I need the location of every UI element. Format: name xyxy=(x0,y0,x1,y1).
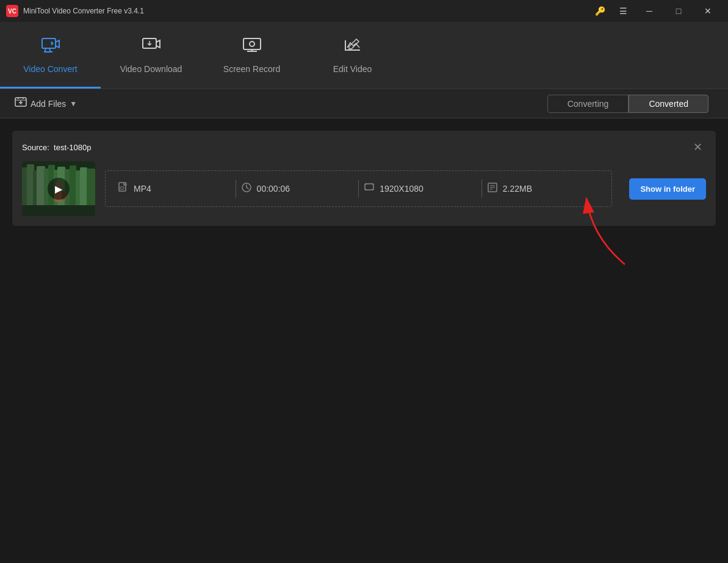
nav-tab-edit-video-label: Edit Video xyxy=(333,64,372,74)
svg-rect-28 xyxy=(365,184,373,190)
separator-3 xyxy=(481,180,482,198)
maximize-button[interactable]: □ xyxy=(665,2,693,20)
video-thumbnail[interactable]: ▶ xyxy=(22,161,95,216)
resolution-value: 1920X1080 xyxy=(380,184,423,194)
add-files-icon xyxy=(15,96,27,111)
nav-tab-screen-record[interactable]: Screen Record xyxy=(201,22,302,89)
sub-tab-group: Converting Converted xyxy=(547,95,708,113)
nav-tab-edit-video[interactable]: Edit Video xyxy=(302,22,403,89)
svg-rect-19 xyxy=(22,205,95,216)
svg-point-3 xyxy=(250,42,254,46)
main-content: Source: test-1080p ✕ xyxy=(0,118,728,563)
add-files-button[interactable]: Add Files ▼ xyxy=(10,93,82,114)
file-card-header: Source: test-1080p ✕ xyxy=(22,140,706,154)
svg-rect-17 xyxy=(80,167,87,210)
separator-1 xyxy=(236,180,236,198)
title-bar: VC MiniTool Video Converter Free v3.4.1 … xyxy=(0,0,728,22)
title-bar-controls: 🔑 ☰ ─ □ ✕ xyxy=(589,2,722,20)
svg-rect-9 xyxy=(37,166,45,210)
nav-tab-video-convert[interactable]: Video Convert xyxy=(0,22,101,89)
close-button[interactable]: ✕ xyxy=(694,2,722,20)
key-button[interactable]: 🔑 xyxy=(589,2,611,20)
title-bar-left: VC MiniTool Video Converter Free v3.4.1 xyxy=(6,5,144,17)
size-value: 2.22MB xyxy=(503,184,532,194)
menu-button[interactable]: ☰ xyxy=(612,2,634,20)
show-in-folder-button[interactable]: Show in folder xyxy=(629,178,706,200)
nav-tab-video-convert-label: Video Convert xyxy=(23,64,77,74)
svg-rect-2 xyxy=(243,38,261,49)
file-card-body: ▶ MP4 xyxy=(22,161,706,216)
clock-icon xyxy=(241,182,252,195)
file-source: Source: test-1080p xyxy=(22,143,91,152)
source-label: Source: xyxy=(22,143,49,152)
resolution-icon xyxy=(364,182,375,195)
video-convert-icon xyxy=(41,35,60,59)
file-info-box: MP4 00:00:06 xyxy=(105,170,612,207)
play-icon[interactable]: ▶ xyxy=(48,178,70,200)
size-icon xyxy=(487,182,498,195)
source-name: test-1080p xyxy=(54,143,91,152)
video-download-icon xyxy=(142,35,161,59)
size-info: 2.22MB xyxy=(487,182,600,195)
converting-tab[interactable]: Converting xyxy=(547,95,629,113)
nav-tab-screen-record-label: Screen Record xyxy=(223,64,280,74)
svg-rect-15 xyxy=(70,165,76,210)
duration-value: 00:00:06 xyxy=(257,184,290,194)
separator-2 xyxy=(358,180,359,198)
toolbar: Add Files ▼ Converting Converted xyxy=(0,89,728,118)
svg-rect-16 xyxy=(76,170,81,210)
edit-video-icon xyxy=(343,35,362,59)
nav-tab-video-download-label: Video Download xyxy=(120,64,182,74)
format-icon xyxy=(118,182,129,195)
svg-rect-26 xyxy=(120,187,124,189)
format-value: MP4 xyxy=(134,184,151,194)
nav-bar: Video Convert Video Download Screen Reco… xyxy=(0,22,728,89)
file-card: Source: test-1080p ✕ xyxy=(12,131,716,226)
add-files-label: Add Files xyxy=(31,99,66,109)
duration-info: 00:00:06 xyxy=(241,182,354,195)
svg-rect-0 xyxy=(42,38,56,48)
close-card-button[interactable]: ✕ xyxy=(690,140,706,154)
nav-tab-video-download[interactable]: Video Download xyxy=(101,22,201,89)
resolution-info: 1920X1080 xyxy=(364,182,477,195)
title-bar-title: MiniTool Video Converter Free v3.4.1 xyxy=(23,7,144,15)
svg-rect-18 xyxy=(87,169,95,210)
app-logo: VC xyxy=(6,5,18,17)
screen-record-icon xyxy=(242,35,262,59)
dropdown-arrow-icon: ▼ xyxy=(70,100,77,108)
converted-tab[interactable]: Converted xyxy=(629,95,708,113)
format-info: MP4 xyxy=(118,182,231,195)
minimize-button[interactable]: ─ xyxy=(635,2,663,20)
